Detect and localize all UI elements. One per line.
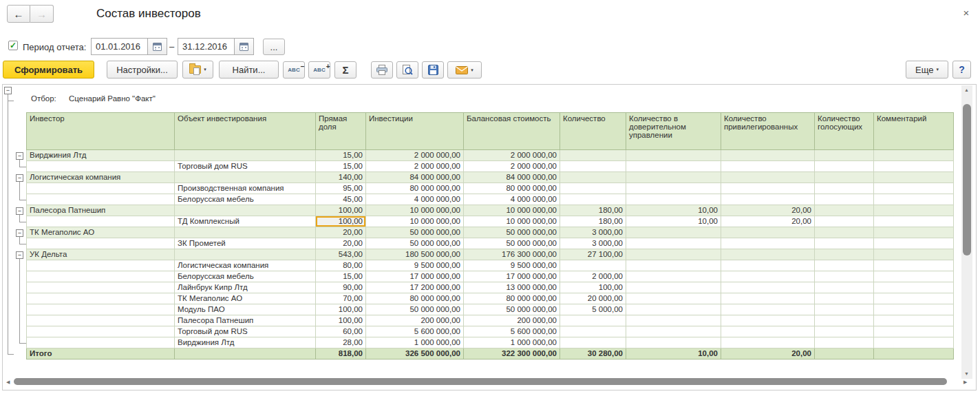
period-checkbox[interactable]: ✓ xyxy=(8,41,18,50)
column-header[interactable]: Инвестиции xyxy=(366,113,464,150)
table-cell[interactable]: 27 100,00 xyxy=(560,249,626,260)
period-more-button[interactable]: ... xyxy=(263,39,285,55)
table-cell[interactable]: 9 500 000,00 xyxy=(366,260,464,271)
table-cell[interactable] xyxy=(27,326,175,337)
table-cell[interactable] xyxy=(874,172,954,183)
table-cell[interactable]: 50 000 000,00 xyxy=(366,227,464,238)
table-cell[interactable] xyxy=(815,326,874,337)
table-cell[interactable]: 4 000 000,00 xyxy=(464,194,560,205)
table-cell[interactable] xyxy=(874,194,954,205)
table-cell[interactable]: 70,00 xyxy=(316,293,366,304)
table-cell[interactable]: 20 000,00 xyxy=(560,293,626,304)
table-cell[interactable] xyxy=(626,304,721,315)
date-to-calendar-button[interactable] xyxy=(235,38,254,55)
table-cell[interactable] xyxy=(815,150,874,161)
column-header[interactable]: Инвестор xyxy=(27,113,175,150)
column-header[interactable]: Количество привилегированных xyxy=(721,113,815,150)
table-cell[interactable] xyxy=(27,337,175,348)
table-cell[interactable] xyxy=(815,172,874,183)
table-cell[interactable] xyxy=(560,337,626,348)
help-button[interactable]: ? xyxy=(952,61,971,79)
table-cell[interactable]: 180,00 xyxy=(560,216,626,227)
table-cell[interactable]: 15,00 xyxy=(316,161,366,172)
scroll-right-icon[interactable]: ▶ xyxy=(963,379,967,385)
table-cell[interactable]: 200 000,00 xyxy=(464,315,560,326)
table-cell[interactable] xyxy=(721,161,815,172)
back-button[interactable]: ← xyxy=(7,5,30,23)
table-cell[interactable]: 176 300 000,00 xyxy=(464,249,560,260)
date-from-calendar-button[interactable] xyxy=(148,38,167,55)
table-cell[interactable] xyxy=(626,315,721,326)
table-cell[interactable] xyxy=(721,326,815,337)
table-cell[interactable] xyxy=(560,183,626,194)
table-cell[interactable]: 10,00 xyxy=(626,205,721,216)
table-cell[interactable]: Логистическая компания xyxy=(27,172,175,183)
collapse-group-icon[interactable]: − xyxy=(4,87,12,94)
table-cell[interactable] xyxy=(175,172,316,183)
expand-groups-button[interactable]: ABC+ xyxy=(308,61,330,79)
table-cell[interactable]: 2 000 000,00 xyxy=(464,150,560,161)
table-cell[interactable] xyxy=(874,216,954,227)
close-button[interactable]: × xyxy=(958,4,974,21)
collapse-groups-button[interactable]: ABC− xyxy=(283,61,305,79)
table-cell[interactable]: 50 000 000,00 xyxy=(464,238,560,249)
collapse-group-icon[interactable]: − xyxy=(16,251,23,259)
collapse-group-icon[interactable]: − xyxy=(16,207,23,215)
table-cell[interactable] xyxy=(874,161,954,172)
scroll-up-icon[interactable]: ▲ xyxy=(964,87,969,92)
table-cell[interactable]: Модуль ПАО xyxy=(175,304,316,315)
table-cell[interactable]: Вирджиния Лтд xyxy=(175,337,316,348)
collapse-group-icon[interactable]: − xyxy=(16,229,23,237)
table-cell[interactable]: 50 000 000,00 xyxy=(464,304,560,315)
table-cell[interactable]: Палесора Патнешип xyxy=(175,315,316,326)
print-button[interactable] xyxy=(371,61,393,79)
table-cell[interactable]: 80,00 xyxy=(316,260,366,271)
report-variants-button[interactable]: ▾ xyxy=(182,61,213,79)
table-cell[interactable]: 2 000 000,00 xyxy=(366,161,464,172)
table-cell[interactable] xyxy=(874,238,954,249)
table-cell[interactable]: 5 600 000,00 xyxy=(366,326,464,337)
table-cell[interactable] xyxy=(560,326,626,337)
table-cell[interactable]: 13 000 000,00 xyxy=(464,282,560,293)
table-cell[interactable] xyxy=(874,249,954,260)
settings-button[interactable]: Настройки... xyxy=(107,61,178,79)
table-cell[interactable]: 140,00 xyxy=(316,172,366,183)
table-cell[interactable] xyxy=(626,260,721,271)
table-cell[interactable]: 17 000 000,00 xyxy=(464,271,560,282)
table-cell[interactable] xyxy=(626,227,721,238)
table-cell[interactable]: 10 000 000,00 xyxy=(366,216,464,227)
table-cell[interactable]: 28,00 xyxy=(316,337,366,348)
more-actions-button[interactable]: Еще ▾ xyxy=(906,61,948,79)
table-cell[interactable]: 1 000 000,00 xyxy=(464,337,560,348)
table-cell[interactable] xyxy=(815,238,874,249)
table-cell[interactable] xyxy=(815,282,874,293)
table-cell[interactable]: ТК Мегаполис АО xyxy=(27,227,175,238)
table-cell[interactable]: 20,00 xyxy=(721,348,815,359)
table-cell[interactable] xyxy=(560,161,626,172)
table-cell[interactable] xyxy=(815,205,874,216)
table-cell[interactable] xyxy=(27,293,175,304)
table-cell[interactable]: ТД Комплексный xyxy=(175,216,316,227)
table-cell[interactable] xyxy=(721,150,815,161)
table-cell[interactable] xyxy=(626,161,721,172)
horizontal-scrollbar-thumb[interactable] xyxy=(14,378,947,385)
table-cell[interactable] xyxy=(815,271,874,282)
table-cell[interactable]: 1 000 000,00 xyxy=(366,337,464,348)
table-cell[interactable]: 10 000 000,00 xyxy=(366,205,464,216)
table-cell[interactable]: 80 000 000,00 xyxy=(464,293,560,304)
table-cell[interactable]: 100,00 xyxy=(316,304,366,315)
table-cell[interactable]: 322 300 000,00 xyxy=(464,348,560,359)
table-cell[interactable] xyxy=(626,172,721,183)
table-cell[interactable]: 10,00 xyxy=(626,348,721,359)
table-cell[interactable] xyxy=(721,260,815,271)
table-cell[interactable]: Производственная компания xyxy=(175,183,316,194)
table-cell[interactable] xyxy=(874,337,954,348)
table-cell[interactable]: Вирджиния Лтд xyxy=(27,150,175,161)
table-cell[interactable] xyxy=(626,183,721,194)
table-cell[interactable]: 84 000 000,00 xyxy=(464,172,560,183)
table-cell[interactable]: УК Дельта xyxy=(27,249,175,260)
save-button[interactable] xyxy=(422,61,444,79)
table-cell[interactable]: 10 000 000,00 xyxy=(464,205,560,216)
table-cell[interactable] xyxy=(721,183,815,194)
selected-cell[interactable]: 100,00 xyxy=(316,216,366,227)
